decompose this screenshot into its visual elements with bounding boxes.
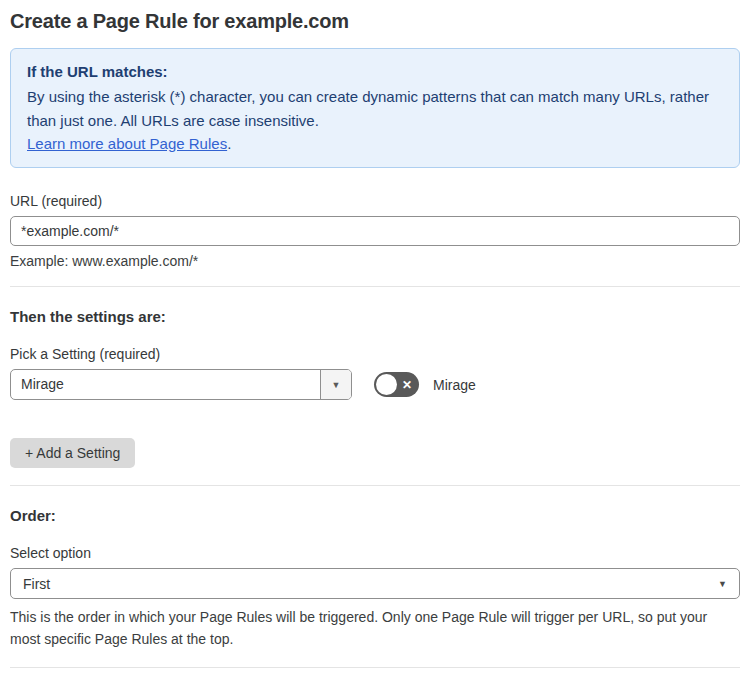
- chevron-down-icon: ▼: [320, 370, 351, 399]
- setting-select[interactable]: Mirage ▼: [10, 369, 352, 400]
- mirage-toggle[interactable]: ✕: [374, 372, 419, 397]
- divider: [10, 667, 740, 668]
- select-option-label: Select option: [10, 545, 740, 561]
- divider: [10, 286, 740, 287]
- url-label: URL (required): [10, 193, 740, 209]
- chevron-down-icon: ▼: [718, 579, 727, 589]
- order-select[interactable]: First ▼: [10, 568, 740, 599]
- order-select-value: First: [23, 576, 50, 592]
- pick-setting-label: Pick a Setting (required): [10, 346, 740, 362]
- order-helper-text: This is the order in which your Page Rul…: [10, 607, 726, 650]
- setting-row: Mirage ▼ ✕ Mirage: [10, 369, 740, 400]
- url-match-info-box: If the URL matches: By using the asteris…: [10, 48, 740, 168]
- link-suffix: .: [227, 135, 231, 152]
- settings-section-heading: Then the settings are:: [10, 308, 740, 325]
- x-icon: ✕: [402, 379, 412, 391]
- setting-select-value: Mirage: [11, 370, 320, 399]
- url-input[interactable]: [10, 216, 740, 246]
- url-helper-text: Example: www.example.com/*: [10, 253, 740, 269]
- page-title: Create a Page Rule for example.com: [10, 10, 740, 33]
- divider: [10, 485, 740, 486]
- add-setting-button[interactable]: + Add a Setting: [10, 438, 135, 468]
- order-section-heading: Order:: [10, 507, 740, 524]
- info-box-body: By using the asterisk (*) character, you…: [27, 85, 723, 132]
- toggle-knob: [376, 374, 397, 395]
- info-box-heading: If the URL matches:: [27, 60, 723, 83]
- toggle-label: Mirage: [433, 377, 476, 393]
- learn-more-link[interactable]: Learn more about Page Rules: [27, 135, 227, 152]
- info-box-link-line: Learn more about Page Rules.: [27, 132, 723, 155]
